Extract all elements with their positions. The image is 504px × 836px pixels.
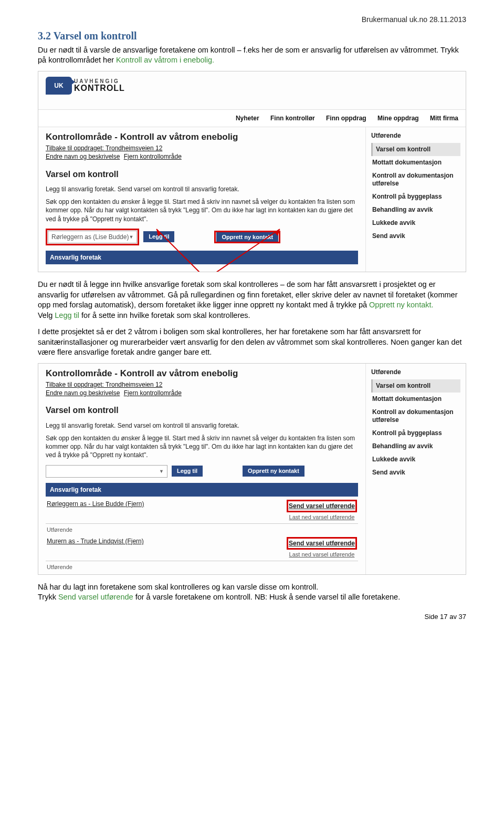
- para2-a-green: Opprett ny kontakt.: [369, 301, 434, 309]
- responsible-bar: Ansvarlig foretak: [46, 483, 358, 497]
- paragraph-2: Du er nødt til å legge inn hvilke ansvar…: [38, 280, 466, 321]
- para2-b-green: Legg til: [55, 311, 79, 319]
- nav-item[interactable]: Mine oppdrag: [377, 115, 419, 122]
- sidebar-item-varsel[interactable]: Varsel om kontroll: [371, 379, 460, 393]
- responsible-row: Rørleggern as - Lise Budde (Fjern) Send …: [46, 497, 358, 524]
- helper-1: Legg til ansvarlig foretak. Send varsel …: [46, 185, 358, 193]
- highlight-dropdown: Rørleggern as (Lise Budde) ▼: [46, 229, 139, 245]
- sidebar-item[interactable]: Lukkede avvik: [371, 216, 460, 230]
- side-heading: Utførende: [371, 368, 460, 376]
- highlight-new-contact: Opprett ny kontakt: [214, 231, 280, 243]
- sidebar-item[interactable]: Kontroll av dokumentasjon utførelse: [371, 406, 460, 427]
- logo-line2: KONTROLL: [74, 84, 125, 92]
- highlight-send-2: Send varsel utførende: [287, 537, 357, 550]
- helper-2: Søk opp den kontakten du ønsker å legge …: [46, 198, 358, 223]
- new-contact-button[interactable]: Opprett ny kontakt: [216, 232, 278, 242]
- para2-b-post: for å sette inn hvilke foretak som skal …: [81, 311, 250, 319]
- logo-badge: UK: [46, 77, 72, 95]
- utforende-label: Utførende: [46, 524, 358, 534]
- sidebar-item[interactable]: Behandling av avvik: [371, 203, 460, 216]
- screenshot-2: Kontrollområde - Kontroll av våtrom eneb…: [38, 363, 466, 575]
- para2-b-pre: Velg: [38, 311, 55, 319]
- paragraph-4: Nå har du lagt inn foretakene som skal k…: [38, 582, 466, 603]
- responsible-name[interactable]: Murern as - Trude Lindqvist (Fjern): [47, 537, 144, 545]
- highlight-send-1: Send varsel utførende: [287, 500, 357, 512]
- utforende-label: Utførende: [46, 561, 358, 571]
- helper-2: Søk opp den kontakten du ønsker å legge …: [46, 434, 358, 460]
- sidebar-item[interactable]: Send avvik: [371, 466, 460, 479]
- add-button[interactable]: Legg til: [172, 466, 203, 477]
- edit-link[interactable]: Endre navn og beskrivelse: [46, 153, 120, 160]
- responsible-row: Murern as - Trude Lindqvist (Fjern) Send…: [46, 534, 358, 561]
- section-heading: 3.2 Varsel om kontroll: [38, 29, 466, 43]
- sidebar-item[interactable]: Send avvik: [371, 230, 460, 243]
- back-link[interactable]: Tilbake til oppdraget: Trondheimsveien 1…: [46, 145, 162, 152]
- send-varsel-link[interactable]: Send varsel utførende: [289, 502, 355, 510]
- company-dropdown[interactable]: ▼: [46, 465, 167, 478]
- intro-link-text: Kontroll av våtrom i enebolig.: [116, 56, 214, 64]
- para4-b-green: Send varsel utførende: [58, 593, 133, 601]
- para4-a: Nå har du lagt inn foretakene som skal k…: [38, 583, 318, 591]
- remove-link[interactable]: Fjern kontrollområde: [124, 389, 182, 397]
- sidebar-item[interactable]: Kontroll på byggeplass: [371, 190, 460, 203]
- top-nav: Nyheter Finn kontrollør Finn oppdrag Min…: [38, 109, 466, 127]
- screenshot-1: UK UAVHENGIG KONTROLL Nyheter Finn kontr…: [38, 71, 466, 272]
- sidebar-item-varsel[interactable]: Varsel om kontroll: [371, 143, 460, 156]
- sidebar-item[interactable]: Mottatt dokumentasjon: [371, 393, 460, 406]
- nav-item[interactable]: Finn oppdrag: [326, 115, 366, 122]
- intro-paragraph: Du er nødt til å varsle de ansvarlige fo…: [38, 45, 466, 66]
- new-contact-button[interactable]: Opprett ny kontakt: [243, 466, 304, 477]
- para4-b-post: for å varsle foretakene om kontroll. NB:…: [135, 593, 401, 601]
- area-title: Kontrollområde - Kontroll av våtrom eneb…: [46, 368, 358, 380]
- remove-link[interactable]: Fjern kontrollområde: [124, 153, 182, 160]
- chevron-down-icon: ▼: [159, 468, 164, 474]
- chevron-down-icon: ▼: [129, 234, 133, 240]
- varsel-title: Varsel om kontroll: [46, 405, 358, 416]
- nav-item[interactable]: Nyheter: [236, 115, 259, 122]
- sidebar-item[interactable]: Mottatt dokumentasjon: [371, 156, 460, 169]
- nav-item[interactable]: Mitt firma: [430, 115, 458, 122]
- paragraph-3: I dette prosjektet så er det 2 våtrom i …: [38, 327, 466, 358]
- app-logo: UK UAVHENGIG KONTROLL: [46, 77, 125, 95]
- nav-item[interactable]: Finn kontrollør: [270, 115, 315, 122]
- sidebar-item[interactable]: Lukkede avvik: [371, 453, 460, 466]
- download-varsel-link[interactable]: Last ned varsel utførende: [287, 513, 357, 521]
- para4-b-pre: Trykk: [38, 593, 58, 601]
- download-varsel-link[interactable]: Last ned varsel utførende: [287, 551, 357, 559]
- sidebar-item[interactable]: Kontroll av dokumentasjon utførelse: [371, 169, 460, 190]
- sidebar-item[interactable]: Kontroll på byggeplass: [371, 427, 460, 440]
- helper-1: Legg til ansvarlig foretak. Send varsel …: [46, 421, 358, 430]
- send-varsel-link[interactable]: Send varsel utførende: [289, 540, 355, 547]
- back-link[interactable]: Tilbake til oppdraget: Trondheimsveien 1…: [46, 381, 162, 388]
- varsel-title: Varsel om kontroll: [46, 169, 358, 180]
- area-title: Kontrollområde - Kontroll av våtrom eneb…: [46, 131, 358, 143]
- page-number: Side 17 av 37: [38, 612, 466, 622]
- document-header: Brukermanual uk.no 28.11.2013: [38, 15, 466, 25]
- company-dropdown[interactable]: Rørleggern as (Lise Budde) ▼: [48, 231, 137, 243]
- dropdown-value: Rørleggern as (Lise Budde): [51, 233, 129, 241]
- responsible-bar: Ansvarlig foretak: [46, 251, 358, 264]
- side-heading: Utførende: [371, 131, 460, 140]
- intro-text: Du er nødt til å varsle de ansvarlige fo…: [38, 46, 459, 65]
- responsible-name[interactable]: Rørleggern as - Lise Budde (Fjern): [47, 500, 144, 508]
- sidebar-item[interactable]: Behandling av avvik: [371, 440, 460, 453]
- edit-link[interactable]: Endre navn og beskrivelse: [46, 389, 120, 397]
- add-button[interactable]: Legg til: [143, 231, 174, 242]
